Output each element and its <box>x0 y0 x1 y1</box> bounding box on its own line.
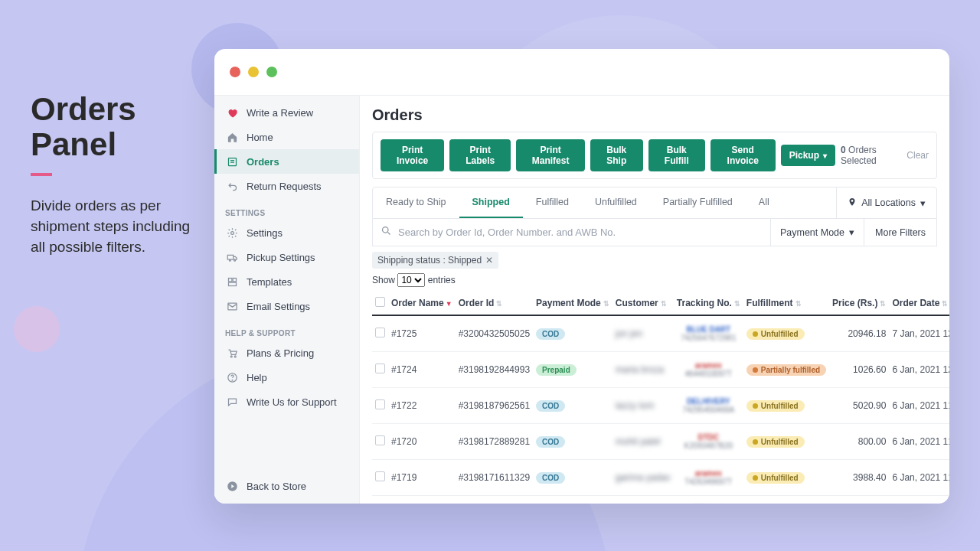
more-filters-button[interactable]: More Filters <box>864 219 936 246</box>
sidebar-label: Plans & Pricing <box>247 347 314 359</box>
sidebar-label: Help <box>247 372 267 383</box>
cell-order-id: #3198169678017 <box>456 496 533 504</box>
row-checkbox[interactable] <box>375 399 385 409</box>
search-input[interactable] <box>398 227 763 238</box>
sidebar-item-templates[interactable]: Templates <box>214 269 359 294</box>
location-pin-icon <box>848 197 857 209</box>
back-icon <box>225 479 239 493</box>
sidebar-item-back[interactable]: Back to Store <box>214 474 359 504</box>
sidebar-item-orders[interactable]: Orders <box>214 149 359 174</box>
sidebar-label: Write Us for Support <box>247 396 337 408</box>
bulk-fulfill-button[interactable]: Bulk Fulfill <box>648 139 705 171</box>
orders-icon <box>225 155 239 168</box>
chevron-down-icon: ▾ <box>849 227 854 238</box>
cell-price: 11800.00 <box>829 496 889 504</box>
sidebar-label: Return Requests <box>247 181 322 192</box>
sidebar-item-settings[interactable]: Settings <box>214 220 359 245</box>
svg-rect-2 <box>227 255 234 259</box>
cell-tracking: DELHIVERY74295450468A <box>674 388 743 424</box>
return-icon <box>225 179 239 193</box>
print-invoice-button[interactable]: Print Invoice <box>381 139 444 171</box>
tab-unfulfilled[interactable]: Unfulfilled <box>582 187 650 218</box>
row-checkbox[interactable] <box>375 328 385 337</box>
sidebar-label: Home <box>247 132 273 143</box>
cell-tracking: BLUE DART7425647672981 <box>674 315 743 352</box>
tab-shipped[interactable]: Shipped <box>459 187 523 218</box>
cell-customer: raj purohit <box>612 496 674 504</box>
marketing-title: Orders Panel <box>31 92 191 162</box>
sidebar-section-settings: SETTINGS <box>214 198 359 220</box>
tab-ready-to-ship[interactable]: Ready to Ship <box>373 187 459 218</box>
col-fulfillment[interactable]: Fulfillment⇅ <box>743 292 829 315</box>
filter-row: Payment Mode ▾ More Filters <box>372 219 937 246</box>
location-dropdown[interactable]: All Locations ▾ <box>836 187 936 218</box>
tabs-row: Ready to Ship Shipped Fulfilled Unfulfil… <box>372 187 937 219</box>
help-icon <box>225 370 239 384</box>
col-order-date[interactable]: Order Date⇅ <box>889 292 949 315</box>
sidebar-write-review[interactable]: Write a Review <box>214 100 359 125</box>
cell-price: 5020.90 <box>829 388 889 424</box>
window-titlebar <box>214 49 949 95</box>
svg-rect-5 <box>228 278 231 281</box>
col-order-id[interactable]: Order Id⇅ <box>456 292 533 315</box>
tab-fulfilled[interactable]: Fulfilled <box>523 187 582 218</box>
sidebar-item-returns[interactable]: Return Requests <box>214 174 359 198</box>
tab-all[interactable]: All <box>746 187 782 218</box>
sidebar-label: Settings <box>247 227 283 239</box>
window-close-dot[interactable] <box>230 67 240 77</box>
cell-tracking: aramexT426349697T <box>674 460 743 496</box>
sidebar-item-plans[interactable]: Plans & Pricing <box>214 341 359 365</box>
cell-customer: garima yadav <box>612 460 674 496</box>
cell-fulfillment: Unfulfilled <box>743 315 829 352</box>
svg-point-3 <box>229 259 230 261</box>
cell-order-name: #1719 <box>388 460 456 496</box>
col-order-name[interactable]: Order Name▼ <box>388 292 456 315</box>
cell-fulfillment: Unfulfilled <box>743 496 829 504</box>
sidebar-item-support[interactable]: Write Us for Support <box>214 390 359 414</box>
payment-mode-dropdown[interactable]: Payment Mode ▾ <box>770 219 864 246</box>
sidebar-item-home[interactable]: Home <box>214 125 359 149</box>
row-checkbox[interactable] <box>375 435 385 445</box>
svg-point-12 <box>232 380 233 380</box>
bulk-ship-button[interactable]: Bulk Ship <box>590 139 643 171</box>
svg-rect-6 <box>233 278 236 281</box>
print-labels-button[interactable]: Print Labels <box>449 139 511 171</box>
col-payment-mode[interactable]: Payment Mode⇅ <box>533 292 612 315</box>
sidebar-item-help[interactable]: Help <box>214 365 359 390</box>
send-invoice-button[interactable]: Send Invoice <box>710 139 776 171</box>
table-row: #1719#3198171611329CODgarima yadavaramex… <box>372 460 949 496</box>
table-row: #1718#3198169678017CODraj purohitFlipkar… <box>372 496 949 504</box>
cell-date: 7 Jan, 2021 12:28:44 <box>889 315 949 352</box>
clear-selection[interactable]: Clear <box>906 150 929 161</box>
tab-partially-fulfilled[interactable]: Partially Fulfilled <box>650 187 746 218</box>
cell-payment-mode: COD <box>533 424 612 460</box>
pickup-dropdown[interactable]: Pickup <box>781 145 835 166</box>
svg-point-10 <box>234 355 236 357</box>
window-minimize-dot[interactable] <box>248 67 259 77</box>
active-filters: Shipping status : Shipped ✕ <box>372 246 937 272</box>
col-tracking[interactable]: Tracking No.⇅ <box>674 292 743 315</box>
tabs: Ready to Ship Shipped Fulfilled Unfulfil… <box>373 187 782 218</box>
window-maximize-dot[interactable] <box>266 67 277 77</box>
cell-order-name: #1725 <box>388 315 456 352</box>
row-checkbox[interactable] <box>375 471 385 481</box>
sidebar-section-help: HELP & SUPPORT <box>214 318 359 341</box>
select-all-checkbox[interactable] <box>375 297 385 307</box>
print-manifest-button[interactable]: Print Manifest <box>516 139 584 171</box>
cell-fulfillment: Partially fulfilled <box>743 352 829 388</box>
sidebar-item-pickup-settings[interactable]: Pickup Settings <box>214 245 359 269</box>
chat-icon <box>225 395 239 409</box>
filter-chip-shipping-status: Shipping status : Shipped ✕ <box>372 252 498 269</box>
cart-icon <box>225 346 239 360</box>
cell-fulfillment: Unfulfilled <box>743 460 829 496</box>
cell-date: 6 Jan, 2021 11:43:51 <box>889 460 949 496</box>
svg-point-1 <box>230 231 234 234</box>
cell-price: 3988.40 <box>829 460 889 496</box>
sidebar-item-email-settings[interactable]: Email Settings <box>214 294 359 318</box>
cell-payment-mode: COD <box>533 388 612 424</box>
remove-chip-icon[interactable]: ✕ <box>485 255 493 266</box>
row-checkbox[interactable] <box>375 364 385 373</box>
entries-select[interactable]: 10 <box>397 273 425 287</box>
col-price[interactable]: Price (Rs.)⇅ <box>829 292 889 315</box>
col-customer[interactable]: Customer⇅ <box>612 292 674 315</box>
